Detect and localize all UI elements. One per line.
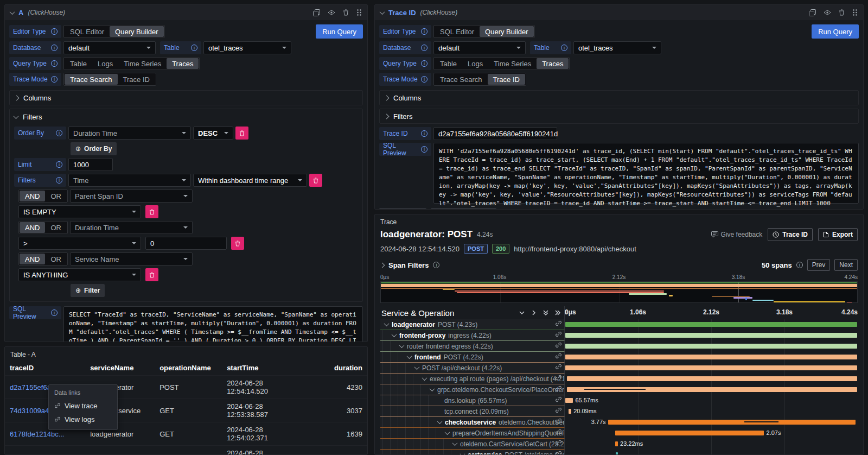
database-select[interactable]: default xyxy=(433,41,526,54)
info-icon[interactable]: i xyxy=(421,146,427,153)
trace-mode-trace-search[interactable]: Trace Search xyxy=(435,74,488,85)
limit-input[interactable]: 1000 xyxy=(68,158,113,171)
columns-section[interactable]: Columns xyxy=(379,90,859,105)
expand-span-icon[interactable] xyxy=(452,440,458,446)
span-bar-cell[interactable]: 3.77s xyxy=(565,417,858,428)
span-duration-bar[interactable] xyxy=(565,365,857,370)
span-duration-bar[interactable] xyxy=(615,431,764,435)
collapse-panel-icon[interactable] xyxy=(380,9,385,15)
span-duration-bar[interactable] xyxy=(565,322,857,327)
span-bar-cell[interactable]: 65.57ms xyxy=(565,395,858,406)
filter-operator-select[interactable]: IS EMPTY xyxy=(18,205,141,218)
span-duration-bar[interactable] xyxy=(615,441,618,446)
filter-operator-select[interactable]: IS ANYTHING xyxy=(18,268,141,281)
bool-and[interactable]: AND xyxy=(20,222,45,233)
expand-span-icon[interactable] xyxy=(414,364,420,370)
prev-button[interactable]: Prev xyxy=(807,259,831,271)
span-bar-cell[interactable] xyxy=(565,384,858,395)
span-name-cell[interactable]: oteldemo.CartService/GetCart (23.22ms) xyxy=(380,439,565,450)
filter-field-select[interactable]: Duration Time xyxy=(70,221,193,234)
span-link-icon[interactable] xyxy=(555,418,562,427)
span-duration-bar[interactable] xyxy=(569,409,571,414)
add-order-by-button[interactable]: ⊕Order By xyxy=(71,142,117,155)
span-link-icon[interactable] xyxy=(555,386,562,394)
span-link-icon[interactable] xyxy=(555,407,562,416)
order-direction-select[interactable]: DESC xyxy=(193,127,233,140)
info-icon[interactable]: i xyxy=(51,76,58,83)
filter-operator-select[interactable]: > xyxy=(18,237,141,250)
filter-field-select[interactable]: Service Name xyxy=(70,252,193,266)
eye-icon[interactable] xyxy=(328,10,335,15)
trace-mode-trace-search[interactable]: Trace Search xyxy=(65,74,118,85)
expand-span-icon[interactable] xyxy=(384,321,390,326)
trash-icon[interactable] xyxy=(343,9,349,16)
span-name-cell[interactable]: grpc.oteldemo.CheckoutService/PlaceOrder… xyxy=(380,384,565,395)
info-icon[interactable]: i xyxy=(56,161,62,168)
query-builder-option[interactable]: Query Builder xyxy=(480,26,533,37)
info-icon[interactable]: i xyxy=(796,262,803,268)
span-duration-bar[interactable] xyxy=(565,398,573,403)
span-bar-cell[interactable] xyxy=(565,363,858,374)
trace-id-cell[interactable]: bb5167b236bfa02... xyxy=(5,446,85,455)
info-icon[interactable]: i xyxy=(56,177,62,184)
expand-span-icon[interactable] xyxy=(422,375,427,381)
trash-icon[interactable] xyxy=(839,9,845,16)
span-link-icon[interactable] xyxy=(555,331,562,340)
bool-and[interactable]: AND xyxy=(20,191,45,201)
add-query-button[interactable]: +Add query xyxy=(379,208,426,210)
info-icon[interactable]: i xyxy=(421,76,427,83)
table-select[interactable]: otel_traces xyxy=(573,41,661,54)
info-icon[interactable]: i xyxy=(421,130,427,137)
span-bar-cell[interactable] xyxy=(565,450,858,455)
query-type-time-series[interactable]: Time Series xyxy=(118,58,167,69)
collapse-panel-icon[interactable] xyxy=(10,9,15,15)
sql-editor-option[interactable]: SQL Editor xyxy=(65,26,110,37)
span-bar-cell[interactable]: 2.07s xyxy=(565,428,858,439)
export-button[interactable]: Export xyxy=(818,228,858,241)
query-type-table[interactable]: Table xyxy=(65,58,92,69)
span-name-cell[interactable]: POST /api/checkout (4.22s) xyxy=(380,363,565,374)
info-icon[interactable]: i xyxy=(51,45,58,51)
info-icon[interactable]: i xyxy=(433,262,439,268)
query-type-traces[interactable]: Traces xyxy=(537,58,569,69)
span-bar-cell[interactable]: 20.09ms xyxy=(565,406,858,417)
table-select[interactable]: otel_traces xyxy=(203,41,291,54)
expand-span-icon[interactable] xyxy=(460,451,465,455)
info-icon[interactable]: i xyxy=(56,130,62,136)
span-link-icon[interactable] xyxy=(555,353,562,362)
span-link-icon[interactable] xyxy=(555,451,562,455)
trace-id-input[interactable]: d2a7155ef6a928a05680e5ff6190241d xyxy=(433,127,557,140)
sql-editor-option[interactable]: SQL Editor xyxy=(435,26,480,37)
next-button[interactable]: Next xyxy=(834,259,858,271)
span-name-cell[interactable]: tcp.connect (20.09ms) xyxy=(380,406,565,417)
span-link-icon[interactable] xyxy=(555,396,562,405)
query-inspector-button[interactable]: iQuery inspector xyxy=(431,208,496,210)
info-icon[interactable]: i xyxy=(51,28,58,35)
give-feedback-button[interactable]: Give feedback xyxy=(711,231,763,238)
filter-field-select[interactable]: Time xyxy=(68,174,191,187)
trace-mode-trace-id[interactable]: Trace ID xyxy=(488,74,525,85)
duplicate-icon[interactable] xyxy=(809,9,816,16)
span-link-icon[interactable] xyxy=(555,429,562,438)
span-duration-bar[interactable] xyxy=(565,333,857,338)
trace-minimap[interactable] xyxy=(380,281,858,303)
span-bar-cell[interactable] xyxy=(565,319,858,330)
span-duration-bar[interactable] xyxy=(608,420,856,425)
span-filters-label[interactable]: Span Filters xyxy=(388,261,429,269)
span-name-cell[interactable]: checkoutserviceoteldemo.CheckoutService/… xyxy=(380,417,565,428)
drag-handle-icon[interactable] xyxy=(852,9,858,16)
span-name-cell[interactable]: router frontend egress (4.22s) xyxy=(380,341,565,352)
expand-span-icon[interactable] xyxy=(430,386,435,391)
trace-id-button[interactable]: Trace ID xyxy=(768,228,813,241)
expand-span-icon[interactable] xyxy=(437,419,443,424)
duplicate-icon[interactable] xyxy=(313,9,320,16)
expand-span-icon[interactable] xyxy=(407,353,412,359)
span-duration-bar[interactable] xyxy=(565,344,857,349)
query-type-time-series[interactable]: Time Series xyxy=(488,58,537,69)
column-header-operationName[interactable]: operationName xyxy=(155,361,222,376)
order-by-field-select[interactable]: Duration Time xyxy=(68,127,191,140)
query-type-logs[interactable]: Logs xyxy=(462,58,488,69)
info-icon[interactable]: i xyxy=(421,45,427,51)
span-duration-bar[interactable] xyxy=(616,452,618,455)
span-name-cell[interactable]: frontend-proxyingress (4.22s) xyxy=(380,330,565,341)
